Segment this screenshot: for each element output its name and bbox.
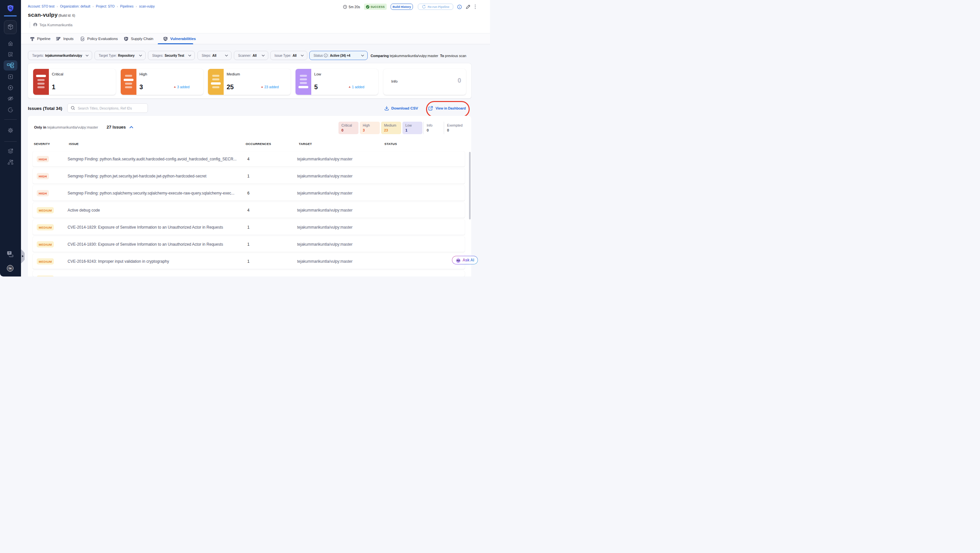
svg-text:?: ? — [8, 251, 11, 254]
